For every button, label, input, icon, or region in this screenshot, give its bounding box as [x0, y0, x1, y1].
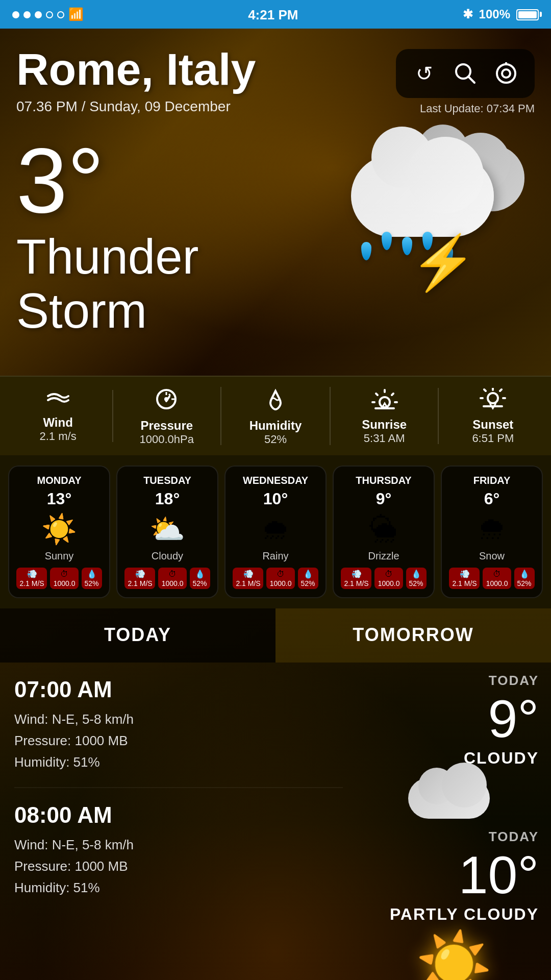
- cloud-icon-area: [369, 768, 539, 829]
- status-time: 4:21 PM: [248, 7, 298, 22]
- stat-pressure: Pressure 1000.0hPa: [113, 387, 221, 445]
- tab-tomorrow[interactable]: TOMORROW: [276, 608, 551, 663]
- signal-indicators: 📶: [12, 7, 84, 21]
- fc-icon-0: ☀️: [41, 512, 77, 546]
- signal-dot-4: [46, 11, 53, 18]
- sun-icon-large: ☀️: [416, 928, 492, 980]
- fc-temp-0: 13°: [47, 490, 71, 508]
- fc-desc-2: Rainy: [262, 550, 288, 561]
- fc-desc-0: Sunny: [45, 550, 74, 561]
- wind-label: Wind: [43, 415, 72, 430]
- fc-icon-4: 🌨: [478, 512, 506, 546]
- pressure-value: 1000.0hPa: [140, 433, 194, 445]
- side-temp-1: 10°: [369, 848, 539, 901]
- stat-humidity: Humidity 52%: [221, 387, 330, 445]
- search-button[interactable]: [451, 59, 480, 88]
- side-temp-0: 9°: [369, 692, 539, 745]
- fc-day-2: WEDNESDAY: [243, 475, 308, 486]
- forecast-friday[interactable]: FRIDAY 6° 🌨 Snow 💨2.1 M/S ⏱1000.0 💧52%: [441, 465, 543, 598]
- fc-day-4: FRIDAY: [473, 475, 511, 486]
- battery-percent: 100%: [479, 7, 510, 21]
- fc-stats-1: 💨2.1 M/S ⏱1000.0 💧52%: [124, 568, 210, 589]
- hourly-right: TODAY 9° CLOUDY TODAY 10° PARTLY CLOUDY: [357, 663, 551, 980]
- fc-stats-0: 💨2.1 M/S ⏱1000.0 💧52%: [16, 568, 102, 589]
- side-weather-1: TODAY 9° CLOUDY: [369, 673, 539, 768]
- city-datetime: 07.36 PM / Sunday, 09 December: [16, 99, 256, 115]
- svg-point-2: [497, 64, 515, 83]
- signal-dot-1: [12, 11, 19, 18]
- svg-point-18: [488, 393, 498, 403]
- fc-icon-2: 🌧: [261, 512, 290, 546]
- refresh-button[interactable]: ↺: [410, 59, 439, 88]
- hourly-content: 07:00 AM Wind: N-E, 5-8 km/h Pressure: 1…: [0, 663, 551, 980]
- svg-line-21: [484, 389, 486, 391]
- forecast-row: MONDAY 13° ☀️ Sunny 💨2.1 M/S ⏱1000.0 💧52…: [0, 455, 551, 608]
- fc-desc-4: Snow: [479, 550, 505, 561]
- svg-point-3: [502, 69, 510, 78]
- signal-dot-3: [35, 11, 42, 18]
- svg-line-22: [500, 389, 502, 391]
- forecast-thursday[interactable]: THURSDAY 9° 🌦 Drizzle 💨2.1 M/S ⏱1000.0 💧…: [333, 465, 435, 598]
- fc-temp-1: 18°: [155, 490, 180, 508]
- fc-temp-4: 6°: [484, 490, 500, 508]
- status-right: ✱ 100%: [463, 7, 539, 21]
- forecast-tuesday[interactable]: TUESDAY 18° ⛅ Cloudy 💨2.1 M/S ⏱1000.0 💧5…: [116, 465, 218, 598]
- city-name: Rome, Italy: [16, 45, 256, 94]
- fc-stats-2: 💨2.1 M/S ⏱1000.0 💧52%: [233, 568, 318, 589]
- sunset-label: Sunset: [472, 418, 513, 432]
- cloud-main-icon: [351, 155, 494, 237]
- sun-icon-area: ☀️: [369, 928, 539, 980]
- fc-icon-3: 🌦: [369, 512, 398, 546]
- stat-sunset: Sunset 6:51 PM: [439, 388, 547, 444]
- wifi-icon: 📶: [68, 7, 84, 21]
- hour-time-0: 07:00 AM: [14, 677, 343, 703]
- svg-line-1: [469, 77, 474, 83]
- status-bar: 📶 4:21 PM ✱ 100%: [0, 0, 551, 29]
- humidity-label: Humidity: [249, 419, 302, 433]
- stat-sunrise: Sunrise 5:31 AM: [331, 388, 439, 444]
- sunset-value: 6:51 PM: [472, 432, 514, 444]
- side-condition-1: PARTLY CLOUDY: [369, 905, 539, 924]
- fc-day-0: MONDAY: [37, 475, 81, 486]
- fc-icon-1: ⛅: [149, 512, 185, 546]
- temp-condition: 3° ThunderStorm: [16, 135, 199, 339]
- weather-icon-container: ⚡: [331, 145, 535, 329]
- forecast-wednesday[interactable]: WEDNESDAY 10° 🌧 Rainy 💨2.1 M/S ⏱1000.0 💧…: [224, 465, 327, 598]
- tab-today[interactable]: TODAY: [0, 608, 276, 663]
- side-label-0: TODAY: [369, 673, 539, 688]
- pressure-label: Pressure: [140, 419, 193, 433]
- svg-line-9: [169, 394, 171, 396]
- signal-dot-5: [57, 11, 64, 18]
- hourly-section: TODAY TOMORROW 07:00 AM Wind: N-E, 5-8 k…: [0, 608, 551, 980]
- sunrise-value: 5:31 AM: [364, 432, 405, 444]
- hour-detail-0: Wind: N-E, 5-8 km/h Pressure: 1000 MB Hu…: [14, 709, 343, 773]
- lightning-icon: ⚡: [410, 232, 477, 294]
- sunrise-icon: [370, 388, 398, 415]
- svg-line-14: [375, 394, 377, 395]
- side-label-1: TODAY: [369, 829, 539, 844]
- forecast-monday[interactable]: MONDAY 13° ☀️ Sunny 💨2.1 M/S ⏱1000.0 💧52…: [8, 465, 110, 598]
- fc-desc-1: Cloudy: [152, 550, 183, 561]
- fc-stats-4: 💨2.1 M/S ⏱1000.0 💧52%: [449, 568, 534, 589]
- pressure-icon: [155, 387, 179, 416]
- cloud-icon-small: [403, 768, 505, 829]
- fc-day-1: TUESDAY: [143, 475, 191, 486]
- fc-day-3: THURSDAY: [356, 475, 411, 486]
- stats-bar: Wind 2.1 m/s Pressure 1000.0hPa Humidity…: [0, 376, 551, 455]
- sunrise-label: Sunrise: [362, 418, 407, 432]
- city-info: Rome, Italy 07.36 PM / Sunday, 09 Decemb…: [16, 45, 256, 115]
- last-update: Last Update: 07:34 PM: [420, 102, 535, 114]
- fc-temp-2: 10°: [263, 490, 288, 508]
- hourly-left: 07:00 AM Wind: N-E, 5-8 km/h Pressure: 1…: [0, 663, 357, 980]
- hour-block-0: 07:00 AM Wind: N-E, 5-8 km/h Pressure: 1…: [14, 663, 343, 789]
- wind-icon: [46, 390, 70, 413]
- weather-header: Rome, Italy 07.36 PM / Sunday, 09 Decemb…: [0, 29, 551, 376]
- location-button[interactable]: [492, 59, 520, 88]
- today-tomorrow-tabs: TODAY TOMORROW: [0, 608, 551, 663]
- stat-wind: Wind 2.1 m/s: [4, 390, 113, 442]
- fc-stats-3: 💨2.1 M/S ⏱1000.0 💧52%: [341, 568, 426, 589]
- sunset-icon: [479, 388, 507, 415]
- svg-line-15: [391, 394, 393, 395]
- bluetooth-icon: ✱: [463, 7, 473, 21]
- temperature: 3°: [16, 135, 199, 227]
